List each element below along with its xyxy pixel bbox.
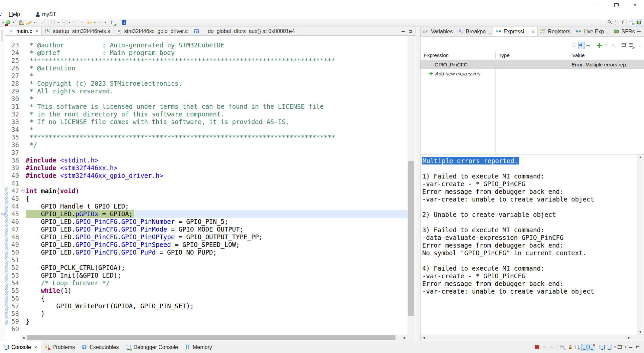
line-number[interactable]: 48 bbox=[6, 233, 19, 241]
code-text[interactable]: { bbox=[26, 195, 29, 203]
back-history-caret[interactable]: ▼ bbox=[93, 21, 97, 24]
search-caret[interactable]: ▼ bbox=[33, 21, 36, 24]
line-number[interactable]: 54 bbox=[6, 279, 19, 287]
last-edit-button[interactable]: ↩ bbox=[61, 19, 67, 26]
bottom-tab-debugger-console[interactable]: Debugger Console bbox=[122, 341, 181, 353]
code-text[interactable]: */ bbox=[26, 141, 37, 149]
minimize-button[interactable] bbox=[588, 0, 607, 10]
line-number[interactable]: 31 bbox=[6, 103, 19, 110]
code-text[interactable]: GPIO_LED.GPIO_PinCFG.GPIO_PinSpeed = GPI… bbox=[26, 241, 240, 249]
debug-perspective-button[interactable] bbox=[636, 19, 642, 26]
detail-line[interactable]: -var-create - * GPIO_PinCFG bbox=[422, 180, 525, 188]
column-divider[interactable] bbox=[569, 52, 569, 59]
detail-line[interactable]: -var-create - * GPIO_PinCFG bbox=[422, 272, 525, 280]
run-launch-button[interactable] bbox=[5, 19, 12, 26]
tab-close-icon[interactable]: ✕ bbox=[35, 29, 38, 34]
detail-line[interactable]: 2) Unable to create variable object bbox=[422, 211, 556, 219]
bottom-tab-executables[interactable]: Executables bbox=[78, 341, 122, 353]
open-console-button[interactable]: + bbox=[599, 344, 606, 351]
detail-line[interactable]: No symbol "GPIO_PinCFG" in current conte… bbox=[422, 249, 587, 257]
remove-expression-button[interactable]: ✕ bbox=[603, 42, 610, 49]
last-edit-caret[interactable]: ▼ bbox=[68, 21, 71, 24]
pencil-button[interactable] bbox=[40, 19, 46, 26]
tab-close-icon[interactable]: ✕ bbox=[34, 345, 37, 350]
expression-detail-pane[interactable]: Multiple errors reported.1) Failed to ex… bbox=[421, 154, 644, 335]
remove-all-launches-button[interactable]: ✕✕ bbox=[549, 344, 555, 351]
new-console-view-button[interactable]: ✦ bbox=[617, 344, 624, 351]
code-text[interactable]: #include <stdint.h> bbox=[26, 156, 98, 164]
back-arrow-button[interactable] bbox=[86, 19, 93, 26]
column-header-expression[interactable]: Expression bbox=[421, 51, 499, 60]
next-annotation-button[interactable]: ↓ bbox=[50, 19, 57, 26]
code-text[interactable]: ****************************************… bbox=[26, 133, 335, 141]
word-wrap-button[interactable]: ↵ bbox=[574, 344, 581, 351]
bottom-tab-problems[interactable]: Problems bbox=[41, 341, 78, 353]
code-text[interactable]: GPIO_LED.GPIO_PinCFG.GPIO_PinNumber = GP… bbox=[26, 218, 228, 226]
line-number[interactable]: 38 bbox=[6, 156, 19, 164]
scroll-up-arrow[interactable]: ▲ bbox=[638, 155, 643, 159]
scroll-left-arrow[interactable]: ◀ bbox=[21, 336, 26, 339]
detail-line[interactable]: -data-evaluate-expression GPIO_PinCFG bbox=[422, 234, 564, 242]
debug-config-caret[interactable]: ▼ bbox=[1, 21, 5, 24]
editor-tab--do-global-dtors-aux-at-0x80001e4[interactable]: c__do_global_dtors_aux() at 0x80001e4 bbox=[191, 27, 298, 35]
show-on-output-button[interactable]: ✕ bbox=[589, 344, 595, 351]
scroll-lock-button[interactable] bbox=[567, 344, 573, 351]
tab-close-icon[interactable]: ✕ bbox=[531, 29, 534, 34]
code-editor[interactable]: 23 * @author : Auto-generated by STM32Cu… bbox=[5, 36, 408, 335]
code-text[interactable]: } bbox=[26, 318, 29, 325]
line-number[interactable]: 23 bbox=[6, 41, 19, 49]
detail-line[interactable]: 3) Failed to execute MI command: bbox=[422, 226, 544, 234]
menu-item-help[interactable]: Help bbox=[9, 11, 20, 17]
code-text[interactable]: * Copyright (c) 2023 STMicroelectronics. bbox=[26, 80, 182, 87]
c-perspective-button[interactable]: C bbox=[628, 19, 635, 26]
collapse-all-button[interactable] bbox=[586, 42, 592, 49]
detail-line[interactable]: Error message from debugger back end: bbox=[422, 188, 564, 196]
code-text[interactable]: GPIO_WritePort(GPIOA, GPIO_PIN_SET); bbox=[26, 302, 194, 310]
editor-tab-startup-stm32f446retx-s[interactable]: Sstartup_stm32f446retx.s bbox=[42, 27, 113, 35]
line-number[interactable]: 53 bbox=[6, 272, 19, 279]
open-perspective-button[interactable]: + bbox=[618, 19, 625, 26]
editor-tab-main-c[interactable]: cmain.c✕ bbox=[5, 27, 42, 35]
detail-line-selected[interactable]: Multiple errors reported. bbox=[422, 157, 519, 165]
line-number[interactable]: 51 bbox=[6, 256, 19, 264]
line-number[interactable]: 47 bbox=[6, 226, 19, 233]
detail-line[interactable]: 1) Failed to execute MI command: bbox=[422, 172, 544, 180]
detach-window-button[interactable]: ✦ bbox=[621, 42, 628, 49]
show-logical-structure-button[interactable]: ⇉ bbox=[578, 42, 585, 49]
link-view-button[interactable] bbox=[628, 42, 635, 49]
restore-view-button[interactable] bbox=[635, 344, 642, 351]
line-number[interactable]: 42 bbox=[6, 187, 19, 195]
line-number[interactable]: 59 bbox=[6, 318, 19, 325]
restore-button[interactable] bbox=[607, 0, 625, 10]
view-tab-registers[interactable]: 10100101Registers bbox=[537, 27, 573, 36]
link-editor-button[interactable] bbox=[111, 19, 117, 26]
line-number[interactable]: 46 bbox=[6, 218, 19, 226]
code-text[interactable]: #include <stm32f446xx_gpio_driver.h> bbox=[26, 172, 163, 180]
add-expression-row[interactable]: Add new expression bbox=[421, 69, 644, 78]
editor-tab-stm32f446xx-gpio-driver-c[interactable]: cstm32f446xx_gpio_driver.c bbox=[113, 27, 191, 35]
line-number[interactable]: 45 bbox=[6, 210, 19, 218]
search-flashlight-button[interactable] bbox=[26, 19, 33, 26]
code-text[interactable]: GPIO_LED.GPIO_PinCFG.GPIO_PuPd = GPIO_NO… bbox=[26, 249, 217, 256]
line-number[interactable]: 27 bbox=[6, 72, 19, 80]
line-number[interactable]: 34 bbox=[6, 126, 19, 133]
detail-line[interactable]: 4) Failed to execute MI command: bbox=[422, 265, 544, 272]
editor-horizontal-scrollbar[interactable]: ◀ ▶ bbox=[21, 335, 408, 341]
line-number[interactable]: 24 bbox=[6, 49, 19, 57]
line-number[interactable]: 44 bbox=[6, 203, 19, 210]
remove-all-expressions-button[interactable]: ✕✕ bbox=[611, 42, 617, 49]
line-number[interactable]: 50 bbox=[6, 249, 19, 256]
show-type-names-button[interactable] bbox=[571, 42, 578, 49]
pane-sash[interactable] bbox=[416, 27, 420, 341]
line-number[interactable]: 41 bbox=[6, 180, 19, 187]
display-console-button[interactable] bbox=[606, 344, 613, 351]
open-element-button[interactable] bbox=[19, 19, 25, 26]
stop-button[interactable] bbox=[534, 344, 541, 351]
bottom-tab-memory[interactable]: Memory bbox=[181, 341, 215, 353]
code-text[interactable]: GPIO_LED.GPIO_PinCFG.GPIO_PinOPType = GP… bbox=[26, 233, 263, 241]
run-config-caret[interactable]: ▼ bbox=[12, 21, 15, 24]
code-text[interactable]: ****************************************… bbox=[26, 57, 335, 64]
next-annotation-caret[interactable]: ▼ bbox=[57, 21, 60, 24]
view-tab-expressi-[interactable]: xExpressi...✕ bbox=[493, 27, 537, 36]
line-number[interactable]: 40 bbox=[6, 172, 19, 180]
